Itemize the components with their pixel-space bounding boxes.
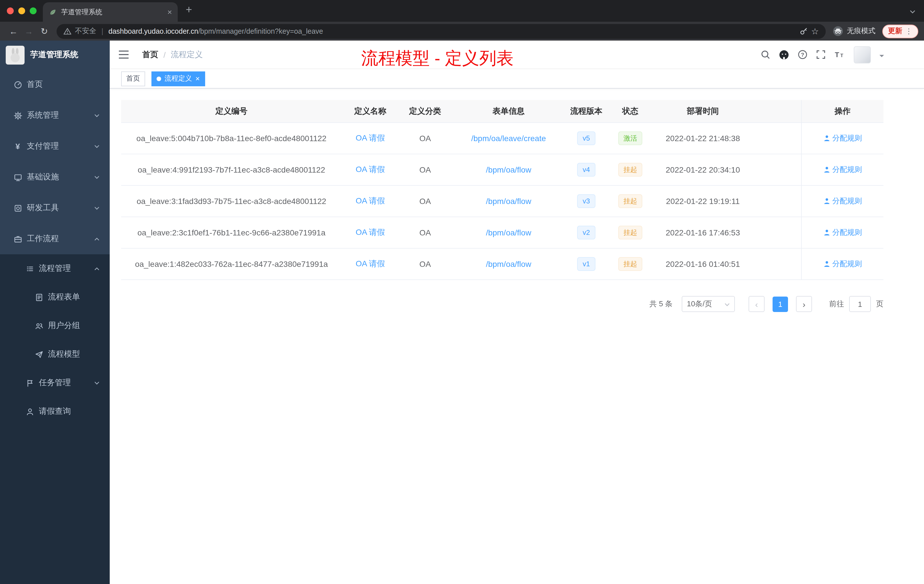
form-link[interactable]: /bpm/oa/flow xyxy=(486,228,531,237)
chevron-down-icon xyxy=(94,205,100,211)
security-label: 不安全 xyxy=(75,26,96,36)
form-link[interactable]: /bpm/oa/flow xyxy=(486,165,531,174)
avatar-caret-down-icon[interactable] xyxy=(879,55,884,59)
app-header: 首页 / 流程定义 流程模型 - 定义列表 ? xyxy=(110,41,924,69)
address-bar[interactable]: 不安全 | dashboard.yudao.iocoder.cn/bpm/man… xyxy=(56,24,826,39)
sidebar-item[interactable]: 流程模型 xyxy=(0,340,110,369)
form-link[interactable]: /bpm/oa/flow xyxy=(486,259,531,269)
help-icon[interactable]: ? xyxy=(798,50,807,59)
cell-status: 挂起 xyxy=(607,163,654,177)
cell-form-info: /bpm/oa/leave/create xyxy=(451,134,566,143)
assign-rule-link[interactable]: 分配规则 xyxy=(823,259,862,269)
forward-button[interactable]: → xyxy=(21,26,36,36)
browser-window: 芋道管理系统 × + ← → ↻ 不安全 | dashboard.yudao.i… xyxy=(0,0,924,584)
version-tag: v1 xyxy=(577,257,596,271)
column-header: 定义分类 xyxy=(399,106,451,116)
prev-page-button[interactable]: ‹ xyxy=(749,296,765,312)
person-icon xyxy=(823,198,830,205)
definition-name-link[interactable]: OA 请假 xyxy=(356,228,385,237)
sidebar-item[interactable]: 任务管理 xyxy=(0,369,110,397)
fullscreen-icon[interactable] xyxy=(816,50,826,59)
cell-deploy-time: 2022-01-22 19:19:11 xyxy=(654,196,752,206)
sidebar-collapse-button[interactable] xyxy=(110,50,142,59)
tab-close-icon[interactable]: × xyxy=(167,8,172,16)
definition-name-link[interactable]: OA 请假 xyxy=(356,133,385,142)
search-icon[interactable] xyxy=(761,50,770,59)
gear-icon xyxy=(13,111,22,120)
breadcrumb-home-link[interactable]: 首页 xyxy=(142,49,158,60)
column-header: 定义编号 xyxy=(121,106,342,116)
cell-definition-id: oa_leave:3:1fad3d93-7b75-11ec-a3c8-acde4… xyxy=(121,196,342,206)
assign-rule-label: 分配规则 xyxy=(832,165,862,175)
close-window-button[interactable] xyxy=(7,7,14,14)
sidebar-item[interactable]: ¥支付管理 xyxy=(0,131,110,162)
sidebar-item[interactable]: 工作流程 xyxy=(0,223,110,254)
sidebar-item-label: 用户分组 xyxy=(48,320,80,331)
tag-label: 流程定义 xyxy=(165,74,192,83)
cell-definition-id: oa_leave:1:482ec033-762a-11ec-8477-a2380… xyxy=(121,259,342,269)
next-page-button[interactable]: › xyxy=(796,296,812,312)
cell-status: 挂起 xyxy=(607,226,654,239)
dashboard-icon xyxy=(13,80,22,89)
bookmark-star-icon[interactable]: ☆ xyxy=(811,26,819,36)
menu-kebab-icon[interactable]: ⋮ xyxy=(905,27,912,35)
tag-item[interactable]: 首页 xyxy=(121,71,145,86)
form-link[interactable]: /bpm/oa/leave/create xyxy=(471,134,546,143)
column-header: 部署时间 xyxy=(654,106,752,116)
person-icon xyxy=(823,166,830,173)
task-icon xyxy=(25,378,34,388)
chevron-up-icon xyxy=(94,266,100,272)
status-badge: 挂起 xyxy=(618,194,642,208)
assign-rule-link[interactable]: 分配规则 xyxy=(823,196,862,206)
sidebar-item[interactable]: 请假查询 xyxy=(0,397,110,426)
zoom-window-button[interactable] xyxy=(30,7,36,14)
sidebar-item[interactable]: 流程表单 xyxy=(0,283,110,312)
table-row: oa_leave:5:004b710b-7b8a-11ec-8ef0-acde4… xyxy=(121,123,883,154)
sidebar-item[interactable]: 基础设施 xyxy=(0,162,110,193)
sidebar-item[interactable]: 流程管理 xyxy=(0,254,110,283)
cell-deploy-time: 2022-01-16 01:40:51 xyxy=(654,259,752,269)
definition-name-link[interactable]: OA 请假 xyxy=(356,196,385,205)
sidebar-item[interactable]: 用户分组 xyxy=(0,312,110,340)
github-icon[interactable] xyxy=(779,49,789,60)
svg-text:T: T xyxy=(840,53,843,58)
minimize-window-button[interactable] xyxy=(18,7,25,14)
tag-active[interactable]: 流程定义× xyxy=(152,71,205,86)
cell-status: 挂起 xyxy=(607,194,654,208)
font-size-icon[interactable]: TT xyxy=(834,50,845,59)
page-size-value: 10条/页 xyxy=(687,299,712,309)
back-button[interactable]: ← xyxy=(6,26,21,36)
key-icon[interactable] xyxy=(799,27,808,35)
cell-category: OA xyxy=(399,259,451,269)
browser-update-button[interactable]: 更新 ⋮ xyxy=(882,24,918,38)
tab-search-chevron-icon[interactable] xyxy=(909,7,916,18)
sidebar-item-label: 支付管理 xyxy=(27,141,59,152)
cell-definition-id: oa_leave:5:004b710b-7b8a-11ec-8ef0-acde4… xyxy=(121,134,342,143)
tag-close-icon[interactable]: × xyxy=(195,75,200,82)
window-controls xyxy=(0,7,36,14)
assign-rule-link[interactable]: 分配规则 xyxy=(823,133,862,144)
sidebar-item[interactable]: 系统管理 xyxy=(0,100,110,131)
select-chevron-down-icon xyxy=(724,302,730,308)
cell-form-info: /bpm/oa/flow xyxy=(451,259,566,269)
cell-category: OA xyxy=(399,228,451,237)
cell-definition-name: OA 请假 xyxy=(342,228,399,238)
assign-rule-link[interactable]: 分配规则 xyxy=(823,228,862,238)
new-tab-button[interactable]: + xyxy=(186,4,192,15)
sidebar-item[interactable]: 首页 xyxy=(0,69,110,100)
goto-page-input[interactable] xyxy=(849,296,871,312)
current-page-button[interactable]: 1 xyxy=(772,296,788,312)
sidebar-item-label: 任务管理 xyxy=(39,378,71,388)
cell-deploy-time: 2022-01-22 21:48:38 xyxy=(654,134,752,143)
assign-rule-link[interactable]: 分配规则 xyxy=(823,165,862,175)
sidebar-item[interactable]: 研发工具 xyxy=(0,193,110,223)
paper-plane-icon xyxy=(34,350,43,359)
page-size-select[interactable]: 10条/页 xyxy=(682,296,735,312)
browser-tab[interactable]: 芋道管理系统 × xyxy=(43,2,178,22)
incognito-icon xyxy=(833,26,843,36)
definition-name-link[interactable]: OA 请假 xyxy=(356,165,385,174)
form-link[interactable]: /bpm/oa/flow xyxy=(486,196,531,206)
definition-name-link[interactable]: OA 请假 xyxy=(356,259,385,268)
user-avatar[interactable] xyxy=(854,46,871,63)
reload-button[interactable]: ↻ xyxy=(36,26,52,36)
